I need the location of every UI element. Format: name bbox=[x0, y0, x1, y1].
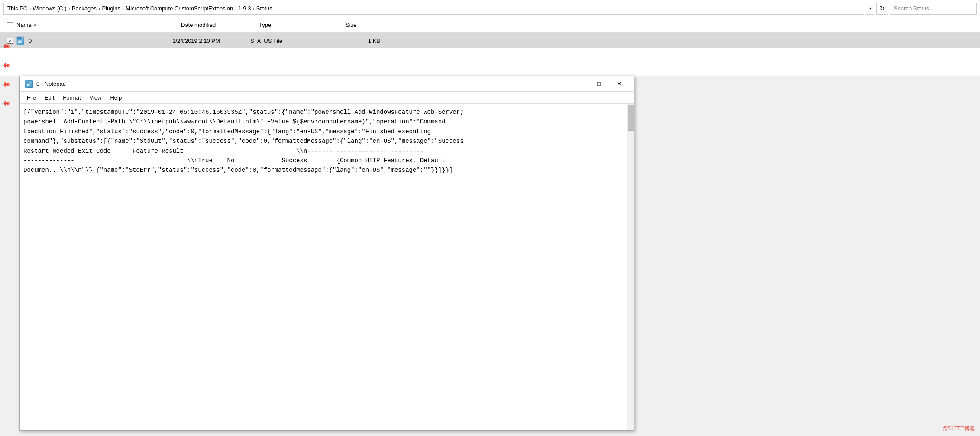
address-dropdown-button[interactable]: ▾ bbox=[866, 3, 874, 15]
menu-help[interactable]: Help bbox=[107, 94, 125, 102]
breadcrumb-version[interactable]: 1.9.3 bbox=[239, 5, 251, 12]
file-size: 1 KB bbox=[337, 38, 380, 44]
address-bar: This PC › Windows (C:) › Packages › Plug… bbox=[0, 0, 980, 17]
svg-rect-10 bbox=[27, 85, 29, 86]
breadcrumb-plugins[interactable]: Plugins bbox=[102, 5, 120, 12]
header-checkbox[interactable] bbox=[3, 22, 16, 28]
sort-arrow-icon: ∧ bbox=[33, 23, 36, 27]
window-controls: — □ ✕ bbox=[569, 76, 629, 92]
breadcrumb-extension[interactable]: Microsoft.Compute.CustomScriptExtension bbox=[126, 5, 233, 12]
watermark: @51CTO博客 bbox=[942, 425, 975, 433]
notepad-text-area[interactable]: [{"version":"1","timestampUTC":"2019-01-… bbox=[20, 104, 627, 430]
menu-format[interactable]: Format bbox=[59, 94, 84, 102]
svg-rect-5 bbox=[18, 42, 21, 43]
notepad-scrollbar[interactable] bbox=[627, 104, 634, 430]
close-button[interactable]: ✕ bbox=[609, 76, 629, 92]
select-all-checkbox[interactable] bbox=[7, 22, 13, 28]
pin-icon-3[interactable]: 📌 bbox=[1, 79, 13, 91]
svg-rect-9 bbox=[27, 84, 30, 85]
svg-rect-4 bbox=[18, 41, 22, 42]
column-headers: Name ∧ Date modified Type Size bbox=[0, 17, 980, 33]
pin-icon-4[interactable]: 📌 bbox=[1, 98, 13, 110]
file-type: STATUS File bbox=[250, 38, 337, 44]
scrollbar-thumb[interactable] bbox=[628, 105, 634, 131]
notepad-content: [{"version":"1","timestampUTC":"2019-01-… bbox=[20, 104, 634, 430]
breadcrumb-windows-c[interactable]: Windows (C:) bbox=[33, 5, 67, 12]
column-size-header[interactable]: Size bbox=[346, 22, 389, 28]
column-name-header[interactable]: Name ∧ bbox=[16, 22, 181, 28]
column-date-header[interactable]: Date modified bbox=[181, 22, 259, 28]
refresh-button[interactable]: ↻ bbox=[876, 3, 888, 15]
file-name-cell: 0 bbox=[16, 36, 172, 45]
notepad-icon bbox=[25, 80, 33, 88]
file-name: 0 bbox=[29, 38, 32, 44]
notepad-window: 0 - Notepad — □ ✕ File Edit Format View … bbox=[19, 76, 634, 431]
svg-rect-3 bbox=[18, 40, 22, 41]
search-input[interactable] bbox=[890, 3, 977, 15]
notepad-menu: File Edit Format View Help bbox=[20, 92, 634, 104]
notepad-title: 0 - Notepad bbox=[36, 81, 569, 87]
notepad-titlebar: 0 - Notepad — □ ✕ bbox=[20, 76, 634, 92]
menu-view[interactable]: View bbox=[86, 94, 105, 102]
menu-file[interactable]: File bbox=[23, 94, 39, 102]
file-date: 1/24/2019 2:10 PM bbox=[172, 38, 250, 44]
breadcrumb-this-pc[interactable]: This PC bbox=[7, 5, 27, 12]
breadcrumb-status[interactable]: Status bbox=[256, 5, 272, 12]
file-icon bbox=[16, 36, 26, 45]
breadcrumb[interactable]: This PC › Windows (C:) › Packages › Plug… bbox=[3, 3, 864, 15]
menu-edit[interactable]: Edit bbox=[41, 94, 58, 102]
table-row[interactable]: ✓ 0 1/24/2019 2:10 PM STATUS File 1 KB bbox=[0, 33, 980, 48]
maximize-button[interactable]: □ bbox=[589, 76, 609, 92]
breadcrumb-packages[interactable]: Packages bbox=[72, 5, 97, 12]
svg-rect-8 bbox=[27, 84, 30, 84]
minimize-button[interactable]: — bbox=[569, 76, 589, 92]
column-type-header[interactable]: Type bbox=[259, 22, 346, 28]
explorer-window: This PC › Windows (C:) › Packages › Plug… bbox=[0, 0, 980, 76]
pin-bar: 📌 📌 📌 📌 bbox=[0, 39, 13, 112]
pin-icon-1[interactable]: 📌 bbox=[1, 41, 13, 53]
pin-icon-2[interactable]: 📌 bbox=[1, 60, 13, 72]
